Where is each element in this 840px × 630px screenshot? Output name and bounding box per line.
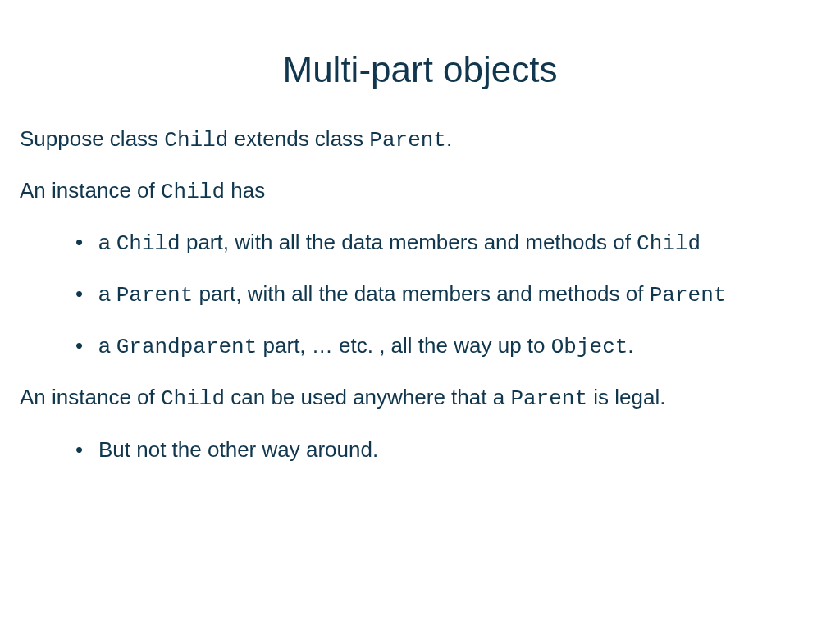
text: can be used anywhere that a xyxy=(225,385,510,409)
text: a xyxy=(98,281,116,306)
text: Suppose class xyxy=(20,126,164,151)
list-item: a Parent part, with all the data members… xyxy=(75,280,820,310)
slide-title: Multi-part objects xyxy=(20,49,820,90)
bullet-list-2: But not the other way around. xyxy=(20,436,820,464)
code-parent: Parent xyxy=(116,283,194,308)
text: extends class xyxy=(228,126,369,151)
code-grandparent: Grandparent xyxy=(116,335,258,359)
text: is legal. xyxy=(587,385,665,409)
code-child: Child xyxy=(161,386,225,411)
text: part, … etc. , all the way up to xyxy=(257,333,550,358)
code-child: Child xyxy=(161,180,225,204)
text: An instance of xyxy=(20,385,161,409)
code-parent: Parent xyxy=(369,128,446,153)
paragraph-3: An instance of Child can be used anywher… xyxy=(20,383,820,413)
code-parent: Parent xyxy=(510,386,587,411)
text: . xyxy=(628,333,633,358)
list-item: But not the other way around. xyxy=(75,436,820,464)
text: But not the other way around. xyxy=(98,437,378,462)
text: has xyxy=(225,178,265,203)
code-child: Child xyxy=(116,231,180,256)
text: . xyxy=(446,126,452,151)
text: part, with all the data members and meth… xyxy=(180,230,637,254)
text: a xyxy=(98,230,116,254)
text: An instance of xyxy=(20,178,161,203)
list-item: a Child part, with all the data members … xyxy=(75,228,820,258)
code-child: Child xyxy=(164,128,228,153)
list-item: a Grandparent part, … etc. , all the way… xyxy=(75,331,820,362)
paragraph-1: Suppose class Child extends class Parent… xyxy=(20,125,820,155)
text: part, with all the data members and meth… xyxy=(193,281,649,306)
bullet-list-1: a Child part, with all the data members … xyxy=(20,228,820,362)
code-parent: Parent xyxy=(650,283,727,308)
paragraph-2: An instance of Child has xyxy=(20,176,820,207)
code-child: Child xyxy=(637,231,701,256)
text: a xyxy=(98,333,116,358)
code-object: Object xyxy=(551,335,628,359)
